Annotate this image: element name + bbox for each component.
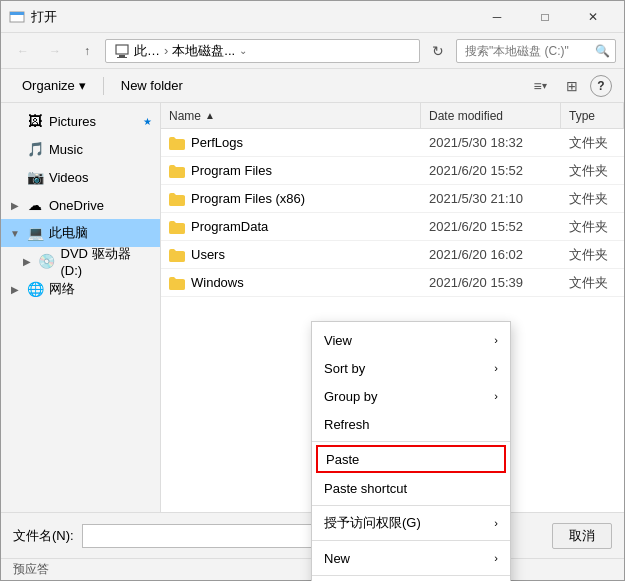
search-input[interactable] xyxy=(456,39,616,63)
maximize-button[interactable]: □ xyxy=(522,1,568,33)
music-icon: 🎵 xyxy=(27,141,43,157)
chevron-right-icon: › xyxy=(494,552,498,564)
sidebar-item-pictures[interactable]: 🖼 Pictures ★ xyxy=(1,107,160,135)
file-list-header: Name ▲ Date modified Type xyxy=(161,103,624,129)
onedrive-icon: ☁ xyxy=(27,197,43,213)
path-segment-2: 本地磁盘... xyxy=(172,42,235,60)
toolbar-separator xyxy=(103,77,104,95)
computer-icon xyxy=(114,43,130,59)
organize-button[interactable]: Organize ▾ xyxy=(13,73,95,99)
file-dialog-window: 打开 ─ □ ✕ ← → ↑ 此… › 本地磁盘... ⌄ ↻ 🔍 xyxy=(0,0,625,581)
title-bar: 打开 ─ □ ✕ xyxy=(1,1,624,33)
ctx-separator-3 xyxy=(312,540,510,541)
toolbar: Organize ▾ New folder ≡ ▾ ⊞ ? xyxy=(1,69,624,103)
pictures-icon: 🖼 xyxy=(27,113,43,129)
sidebar-item-videos[interactable]: 📷 Videos xyxy=(1,163,160,191)
ctx-paste[interactable]: Paste xyxy=(316,445,506,473)
chevron-right-icon: › xyxy=(494,334,498,346)
context-menu: View › Sort by › Group by › Refresh Past… xyxy=(311,321,511,581)
sidebar-item-network[interactable]: ▶ 🌐 网络 xyxy=(1,275,160,303)
layout-button[interactable]: ⊞ xyxy=(558,73,586,99)
sidebar-item-dvd[interactable]: ▶ 💿 DVD 驱动器 (D:) xyxy=(1,247,160,275)
window-title: 打开 xyxy=(31,8,474,26)
chevron-right-icon: › xyxy=(494,517,498,529)
table-row[interactable]: Windows 2021/6/20 15:39 文件夹 xyxy=(161,269,624,297)
forward-button[interactable]: → xyxy=(41,37,69,65)
cancel-button[interactable]: 取消 xyxy=(552,523,612,549)
ctx-separator-2 xyxy=(312,505,510,506)
table-row[interactable]: Users 2021/6/20 16:02 文件夹 xyxy=(161,241,624,269)
file-type-cell: 文件夹 xyxy=(561,162,624,180)
svg-rect-1 xyxy=(10,12,24,15)
file-name-cell: Users xyxy=(161,247,421,263)
ctx-view[interactable]: View › xyxy=(312,326,510,354)
file-type-cell: 文件夹 xyxy=(561,218,624,236)
close-button[interactable]: ✕ xyxy=(570,1,616,33)
folder-icon xyxy=(169,191,185,207)
ctx-grant-access[interactable]: 授予访问权限(G) › xyxy=(312,509,510,537)
view-options-button[interactable]: ≡ ▾ xyxy=(526,73,554,99)
chevron-right-icon: › xyxy=(494,390,498,402)
footer-text: 预应答 xyxy=(13,561,49,578)
file-date-cell: 2021/6/20 15:52 xyxy=(421,163,561,178)
file-type-cell: 文件夹 xyxy=(561,246,624,264)
minimize-button[interactable]: ─ xyxy=(474,1,520,33)
window-icon xyxy=(9,9,25,25)
search-icon: 🔍 xyxy=(595,44,610,58)
file-date-cell: 2021/6/20 16:02 xyxy=(421,247,561,262)
dvd-icon: 💿 xyxy=(39,253,55,269)
ctx-new[interactable]: New › xyxy=(312,544,510,572)
folder-icon xyxy=(169,247,185,263)
action-buttons: 取消 xyxy=(552,523,612,549)
folder-icon xyxy=(169,135,185,151)
thispc-icon: 💻 xyxy=(27,225,43,241)
filename-label: 文件名(N): xyxy=(13,527,74,545)
toolbar-right: ≡ ▾ ⊞ ? xyxy=(526,73,612,99)
svg-rect-2 xyxy=(116,45,128,54)
sidebar-item-thispc[interactable]: ▼ 💻 此电脑 xyxy=(1,219,160,247)
file-name-cell: PerfLogs xyxy=(161,135,421,151)
ctx-separator-4 xyxy=(312,575,510,576)
ctx-paste-shortcut[interactable]: Paste shortcut xyxy=(312,474,510,502)
table-row[interactable]: PerfLogs 2021/5/30 18:32 文件夹 xyxy=(161,129,624,157)
file-type-cell: 文件夹 xyxy=(561,134,624,152)
network-icon: 🌐 xyxy=(27,281,43,297)
chevron-right-icon: › xyxy=(494,362,498,374)
search-wrap: 🔍 xyxy=(456,39,616,63)
sidebar-item-onedrive[interactable]: ▶ ☁ OneDrive xyxy=(1,191,160,219)
file-name-cell: ProgramData xyxy=(161,219,421,235)
refresh-button[interactable]: ↻ xyxy=(424,37,452,65)
new-folder-button[interactable]: New folder xyxy=(112,73,192,99)
ctx-group-by[interactable]: Group by › xyxy=(312,382,510,410)
column-name-header[interactable]: Name ▲ xyxy=(161,103,421,128)
svg-rect-4 xyxy=(117,57,127,58)
file-name-cell: Program Files (x86) xyxy=(161,191,421,207)
path-segment-1: 此… xyxy=(134,42,160,60)
back-button[interactable]: ← xyxy=(9,37,37,65)
ctx-refresh[interactable]: Refresh xyxy=(312,410,510,438)
column-date-header[interactable]: Date modified xyxy=(421,103,561,128)
window-controls: ─ □ ✕ xyxy=(474,1,616,33)
column-type-header[interactable]: Type xyxy=(561,103,624,128)
pin-icon: ★ xyxy=(143,116,152,127)
file-name-cell: Program Files xyxy=(161,163,421,179)
sidebar-item-music[interactable]: 🎵 Music xyxy=(1,135,160,163)
folder-icon xyxy=(169,219,185,235)
file-type-cell: 文件夹 xyxy=(561,274,624,292)
file-type-cell: 文件夹 xyxy=(561,190,624,208)
file-date-cell: 2021/5/30 21:10 xyxy=(421,191,561,206)
file-date-cell: 2021/6/20 15:52 xyxy=(421,219,561,234)
table-row[interactable]: ProgramData 2021/6/20 15:52 文件夹 xyxy=(161,213,624,241)
videos-icon: 📷 xyxy=(27,169,43,185)
ctx-sort-by[interactable]: Sort by › xyxy=(312,354,510,382)
ctx-separator-1 xyxy=(312,441,510,442)
folder-icon xyxy=(169,275,185,291)
table-row[interactable]: Program Files 2021/6/20 15:52 文件夹 xyxy=(161,157,624,185)
file-date-cell: 2021/6/20 15:39 xyxy=(421,275,561,290)
help-button[interactable]: ? xyxy=(590,75,612,97)
table-row[interactable]: Program Files (x86) 2021/5/30 21:10 文件夹 xyxy=(161,185,624,213)
up-button[interactable]: ↑ xyxy=(73,37,101,65)
filename-input[interactable] xyxy=(82,524,342,548)
address-path[interactable]: 此… › 本地磁盘... ⌄ xyxy=(105,39,420,63)
file-name-cell: Windows xyxy=(161,275,421,291)
